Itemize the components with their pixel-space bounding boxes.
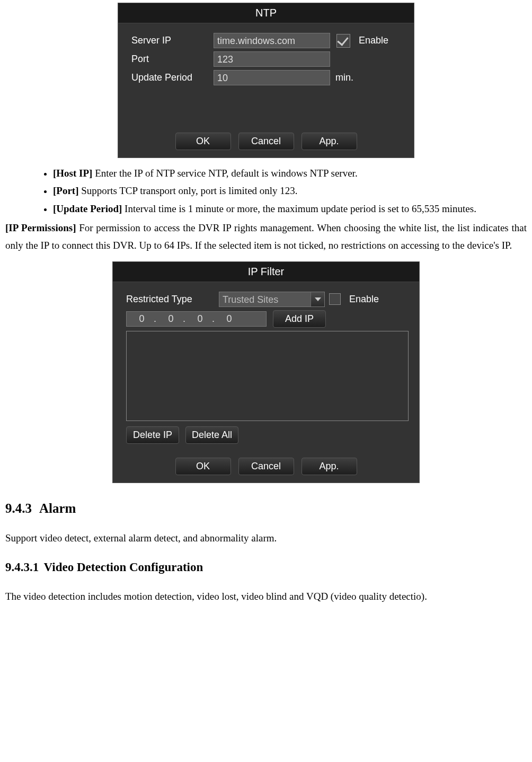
add-ip-button[interactable]: Add IP (273, 310, 326, 328)
vdc-heading-title: Video Detection Configuration (44, 560, 203, 574)
host-ip-label: [Host IP] (53, 168, 92, 179)
update-period-bullet-label: [Update Period] (53, 203, 122, 214)
alarm-heading-title: Alarm (39, 501, 76, 515)
restricted-type-label: Restricted Type (126, 294, 219, 305)
server-ip-label: Server IP (131, 35, 214, 46)
update-period-input[interactable]: 10 (214, 70, 330, 85)
ip-filter-dialog: IP Filter Restricted Type Trusted Sites … (112, 261, 420, 483)
server-ip-input[interactable]: time.windows.com (214, 33, 330, 48)
update-period-bullet: [Update Period] Interval time is 1 minut… (53, 201, 527, 216)
host-ip-bullet: [Host IP] Enter the IP of NTP service NT… (53, 165, 527, 181)
cancel-button[interactable]: Cancel (238, 133, 294, 150)
ip-permissions-paragraph: [IP Permissions] For permission to acces… (5, 220, 527, 254)
alarm-heading-number: 9.4.3 (5, 501, 32, 515)
ok-button-ipfilter[interactable]: OK (175, 458, 231, 475)
update-period-label: Update Period (131, 72, 214, 83)
update-period-bullet-text: Interval time is 1 minute or more, the m… (122, 203, 476, 214)
port-bullet: [Port] Supports TCP transport only, port… (53, 183, 527, 198)
enable-ipfilter-checkbox[interactable] (329, 293, 341, 305)
enable-ntp-label: Enable (359, 35, 388, 46)
ip-permissions-text: For permission to access the DVR IP righ… (5, 222, 527, 250)
ip-address-input[interactable]: 0. 0. 0. 0 (126, 311, 267, 327)
ntp-settings-list: [Host IP] Enter the IP of NTP service NT… (5, 165, 527, 216)
vdc-heading-number: 9.4.3.1 (5, 560, 39, 574)
enable-ntp-checkbox[interactable] (336, 34, 350, 48)
restricted-type-dropdown[interactable]: Trusted Sites (219, 292, 325, 307)
app-button-ipfilter[interactable]: App. (302, 458, 357, 475)
delete-ip-button[interactable]: Delete IP (126, 426, 179, 444)
port-input[interactable]: 123 (214, 51, 330, 67)
enable-ipfilter-label: Enable (349, 294, 379, 305)
port-label: Port (131, 54, 214, 65)
ntp-dialog: NTP Server IP time.windows.com Enable Po… (118, 3, 414, 158)
ok-button[interactable]: OK (175, 133, 231, 150)
alarm-paragraph: Support video detect, external alarm det… (5, 530, 527, 547)
ntp-dialog-title: NTP (118, 3, 414, 23)
ip-permissions-label: [IP Permissions] (5, 222, 76, 233)
port-bullet-label: [Port] (53, 185, 79, 196)
update-period-unit: min. (335, 72, 353, 83)
restricted-type-value: Trusted Sites (223, 294, 278, 305)
host-ip-text: Enter the IP of NTP service NTP, default… (92, 168, 357, 179)
vdc-paragraph: The video detection includes motion dete… (5, 588, 527, 605)
port-bullet-text: Supports TCP transport only, port is lim… (79, 185, 298, 196)
ip-list-box[interactable] (126, 331, 409, 421)
app-button[interactable]: App. (302, 133, 357, 150)
ip-filter-dialog-title: IP Filter (113, 262, 419, 282)
vdc-heading: 9.4.3.1 Video Detection Configuration (5, 560, 527, 574)
cancel-button-ipfilter[interactable]: Cancel (238, 458, 294, 475)
dropdown-arrow-icon[interactable] (311, 292, 324, 306)
alarm-heading: 9.4.3Alarm (5, 501, 527, 516)
delete-all-button[interactable]: Delete All (185, 426, 238, 444)
